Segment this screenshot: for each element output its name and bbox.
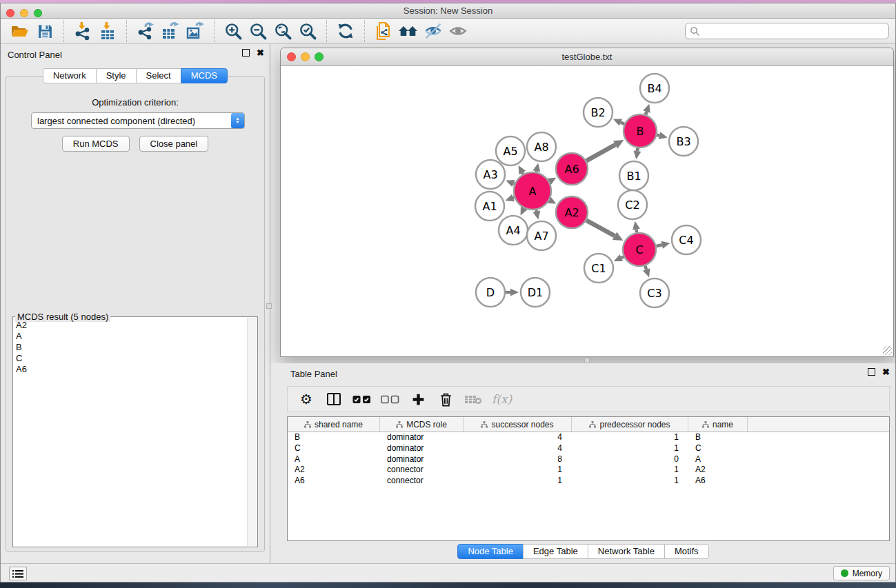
graph-edge-B-B3[interactable] xyxy=(657,132,667,139)
graph-node-B3[interactable]: B3 xyxy=(669,127,698,156)
graph-edge-A-A3[interactable] xyxy=(506,180,515,187)
graph-node-A2[interactable]: A2 xyxy=(556,196,588,228)
memory-button[interactable]: Memory xyxy=(833,566,890,580)
zoom-selected-button[interactable] xyxy=(295,19,320,43)
add-column-button[interactable] xyxy=(409,389,427,409)
graph-node-B4[interactable]: B4 xyxy=(640,74,669,103)
table-row[interactable]: Cdominator41C xyxy=(288,443,889,454)
graph-edge-C-C3[interactable] xyxy=(643,266,650,278)
graph-edge-B-B2[interactable] xyxy=(613,119,624,126)
control-tab-mcds[interactable]: MCDS xyxy=(181,68,228,83)
graph-node-C3[interactable]: C3 xyxy=(640,278,669,307)
graph-edge-C-C4[interactable] xyxy=(656,241,670,249)
graph-node-C4[interactable]: C4 xyxy=(672,225,701,254)
open-session-button[interactable] xyxy=(8,19,32,43)
graph-node-A3[interactable]: A3 xyxy=(476,160,505,189)
column-header-MCDS-role[interactable]: MCDS role xyxy=(380,417,464,432)
close-panel-icon[interactable]: ✖ xyxy=(257,49,264,57)
new-network-from-selection-button[interactable] xyxy=(371,19,396,43)
graph-node-B1[interactable]: B1 xyxy=(619,161,648,190)
save-session-button[interactable] xyxy=(32,19,57,43)
table-tab-motifs[interactable]: Motifs xyxy=(664,544,709,559)
graph-node-B2[interactable]: B2 xyxy=(584,98,613,127)
zoom-fit-button[interactable] xyxy=(270,19,295,43)
table-tab-node-table[interactable]: Node Table xyxy=(457,544,524,559)
graph-edge-A-A8[interactable] xyxy=(532,163,540,172)
mcds-result-item[interactable]: A xyxy=(16,331,246,342)
result-scrollbar[interactable] xyxy=(247,318,257,546)
graph-edge-A-A1[interactable] xyxy=(506,194,515,201)
graph-node-C2[interactable]: C2 xyxy=(618,190,647,219)
graph-edge-A-A7[interactable] xyxy=(533,210,541,219)
criterion-dropdown[interactable]: largest connected component (directed) ▲… xyxy=(31,112,245,129)
mcds-result-item[interactable]: C xyxy=(16,353,246,364)
delete-column-button[interactable] xyxy=(437,389,455,409)
graph-node-A6[interactable]: A6 xyxy=(556,153,588,185)
zoom-in-button[interactable] xyxy=(221,19,246,43)
graph-node-A[interactable]: A xyxy=(514,172,551,210)
table-row[interactable]: A2connector11A2 xyxy=(288,465,889,476)
paintbrush-eye-button[interactable] xyxy=(421,19,446,43)
refresh-button[interactable] xyxy=(333,19,358,43)
splitpane-grip[interactable] xyxy=(266,303,272,309)
column-visibility-button[interactable] xyxy=(325,389,343,409)
table-row[interactable]: A6connector11A6 xyxy=(288,476,889,487)
eye-button[interactable] xyxy=(446,19,470,43)
column-header-name[interactable]: name xyxy=(688,417,748,432)
graph-node-A8[interactable]: A8 xyxy=(527,132,556,161)
select-all-button[interactable] xyxy=(352,389,371,409)
column-header-successor-nodes[interactable]: successor nodes xyxy=(464,417,572,432)
export-network-button[interactable] xyxy=(133,19,158,43)
network-window-titlebar[interactable]: testGlobe.txt xyxy=(281,48,893,66)
table-settings-button[interactable]: ⚙ xyxy=(297,389,315,409)
graph-node-A1[interactable]: A1 xyxy=(475,192,504,221)
graph-node-A7[interactable]: A7 xyxy=(527,221,556,250)
graph-node-C1[interactable]: C1 xyxy=(584,254,613,283)
graph-edge-D-D1[interactable] xyxy=(506,289,519,296)
float-table-panel-icon[interactable] xyxy=(868,368,875,376)
table-tab-network-table[interactable]: Network Table xyxy=(588,544,665,559)
graph-node-D1[interactable]: D1 xyxy=(521,278,550,307)
mcds-result-item[interactable]: A2 xyxy=(16,320,246,331)
houses-button[interactable] xyxy=(396,19,421,43)
zoom-out-button[interactable] xyxy=(246,19,270,43)
export-table-button[interactable] xyxy=(158,19,183,43)
float-panel-icon[interactable] xyxy=(242,49,250,57)
graph-edge-B-B4[interactable] xyxy=(643,104,650,115)
graph-node-B[interactable]: B xyxy=(624,114,657,148)
search-input[interactable] xyxy=(700,25,884,37)
graph-node-A5[interactable]: A5 xyxy=(496,136,525,165)
graph-edge-A6-B[interactable] xyxy=(586,140,624,161)
export-image-button[interactable] xyxy=(183,19,208,43)
table-tab-edge-table[interactable]: Edge Table xyxy=(523,544,588,559)
graph-node-C[interactable]: C xyxy=(623,233,656,266)
search-field[interactable] xyxy=(685,23,889,39)
close-table-panel-icon[interactable]: ✖ xyxy=(882,368,890,376)
table-row[interactable]: Bdominator41B xyxy=(288,432,889,443)
graph-edge-B-B1[interactable] xyxy=(633,148,641,159)
network-resize-grip[interactable] xyxy=(883,346,892,355)
control-tab-network[interactable]: Network xyxy=(43,68,97,83)
task-history-button[interactable] xyxy=(9,567,27,580)
graph-node-D[interactable]: D xyxy=(476,278,505,307)
table-row[interactable]: Adominator80A xyxy=(288,454,889,465)
graph-edge-C-C2[interactable] xyxy=(633,221,640,233)
graph-edge-C-C1[interactable] xyxy=(614,254,624,261)
import-network-button[interactable] xyxy=(70,19,95,43)
column-header-predecessor-nodes[interactable]: predecessor nodes xyxy=(572,417,688,432)
divider-grip[interactable] xyxy=(584,358,590,363)
column-header-shared-name[interactable]: shared name xyxy=(288,417,380,432)
control-tab-select[interactable]: Select xyxy=(136,68,181,83)
network-canvas[interactable]: A5A8A3A1A4A7AA6A2BB2B4B3B1CC2C4C1C3DD1 xyxy=(281,66,893,356)
mcds-result-item[interactable]: B xyxy=(16,342,246,353)
mcds-result-list[interactable]: A2ABCA6 xyxy=(16,320,246,545)
control-tab-style[interactable]: Style xyxy=(96,68,137,83)
mcds-result-item[interactable]: A6 xyxy=(16,364,246,375)
run-mcds-button[interactable]: Run MCDS xyxy=(62,136,130,152)
import-table-button[interactable] xyxy=(95,19,120,43)
node-table[interactable]: shared nameMCDS rolesuccessor nodesprede… xyxy=(287,416,890,541)
deselect-all-button[interactable] xyxy=(381,389,399,409)
graph-node-A4[interactable]: A4 xyxy=(499,216,528,245)
graph-edge-A2-C[interactable] xyxy=(586,221,623,241)
close-panel-button[interactable]: Close panel xyxy=(139,136,209,152)
